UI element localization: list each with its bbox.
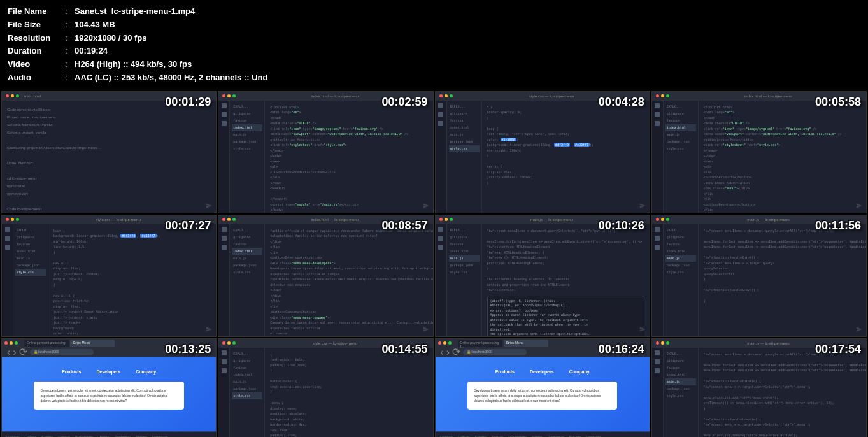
file-tree-item[interactable]: gitignore: [449, 110, 480, 117]
thumbnail[interactable]: 00:17:54main.js — lc-stripe-menu EXPLO..…: [651, 338, 867, 437]
file-tree-item[interactable]: EXPLO...: [15, 227, 46, 234]
browser-tab[interactable]: Online payment processing f...: [24, 340, 69, 347]
code-editor[interactable]: "kw">const menuItems = document.querySel…: [699, 224, 866, 336]
git-icon[interactable]: [222, 245, 227, 250]
code-editor[interactable]: "kw">const menuItems = document.querySel…: [482, 224, 650, 336]
file-tree-item[interactable]: EXPLO...: [232, 227, 262, 234]
file-tree-item[interactable]: main.js: [665, 255, 696, 262]
file-tree-item[interactable]: package.json: [232, 138, 262, 145]
file-tree-item[interactable]: package.json: [449, 138, 480, 145]
file-tree-item[interactable]: favicon: [232, 117, 262, 124]
files-icon[interactable]: [655, 350, 660, 355]
file-tree-item[interactable]: package.json: [232, 262, 262, 269]
code-editor[interactable]: body { background: linear-gradient(45deg…: [48, 224, 216, 336]
search-icon[interactable]: [655, 112, 660, 117]
activity-bar[interactable]: [2, 224, 13, 336]
file-tree-item[interactable]: gitignore: [232, 234, 262, 241]
file-tree-item[interactable]: EXPLO...: [449, 227, 480, 234]
file-tree-item[interactable]: main.js: [449, 255, 480, 262]
file-tree-item[interactable]: EXPLO...: [232, 103, 262, 110]
thumbnail[interactable]: 00:13:25 Online payment processing f...S…: [1, 338, 217, 437]
files-icon[interactable]: [222, 227, 227, 232]
file-tree-item[interactable]: style.css: [232, 392, 262, 399]
code-editor[interactable]: * { border-spacing: 0;} body { font-fami…: [482, 101, 650, 213]
files-icon[interactable]: [438, 103, 443, 108]
file-tree-item[interactable]: EXPLO...: [665, 227, 696, 234]
file-tree-item[interactable]: gitignore: [232, 110, 262, 117]
file-tree-item[interactable]: gitignore: [665, 234, 696, 241]
files-icon[interactable]: [655, 227, 660, 232]
search-icon[interactable]: [222, 236, 227, 241]
activity-bar[interactable]: [436, 224, 447, 336]
thumbnail[interactable]: 00:04:28style.css — lc-stripe-menu EXPLO…: [435, 91, 650, 213]
file-tree-item[interactable]: favicon: [449, 241, 480, 248]
file-tree-item[interactable]: package.json: [665, 138, 696, 145]
file-tree-item[interactable]: gitignore: [232, 357, 262, 364]
file-tree-item[interactable]: gitignore: [665, 357, 696, 364]
nav-item[interactable]: Products: [495, 369, 515, 374]
browser-tab[interactable]: Stripe Menu: [504, 340, 548, 347]
thumbnail[interactable]: 00:10:26main.js — lc-stripe-menu EXPLO..…: [435, 215, 650, 337]
search-icon[interactable]: [222, 112, 227, 117]
file-tree-item[interactable]: gitignore: [665, 110, 696, 117]
file-tree-item[interactable]: style.css: [232, 269, 262, 276]
code-editor[interactable]: "kw">const menuItems = document.querySel…: [699, 348, 866, 437]
file-tree-item[interactable]: style.css: [449, 145, 480, 152]
thumbnail[interactable]: 00:07:27style.css — lc-stripe-menu EXPLO…: [1, 215, 217, 337]
file-explorer[interactable]: EXPLO...gitignorefaviconindex.htmlmain.j…: [664, 224, 699, 336]
file-explorer[interactable]: EXPLO...gitignorefaviconindex.htmlmain.j…: [230, 348, 265, 437]
nav-item[interactable]: Developers: [530, 369, 554, 374]
activity-bar[interactable]: [652, 101, 664, 213]
file-tree-item[interactable]: EXPLO...: [232, 350, 262, 357]
file-tree-item[interactable]: package.json: [232, 385, 262, 392]
code-editor[interactable]: facilis officia et cumque cupiditate rec…: [265, 224, 432, 336]
file-tree-item[interactable]: package.json: [15, 262, 46, 269]
browser-tab[interactable]: Online payment processing f...: [458, 340, 502, 347]
search-icon[interactable]: [655, 236, 660, 241]
devtools-panel[interactable]: ElementsConsoleSourcesNetworkPerformance…: [436, 431, 650, 437]
browser-tab[interactable]: Stripe Menu: [70, 340, 115, 347]
search-icon[interactable]: [222, 359, 227, 364]
activity-bar[interactable]: [652, 348, 664, 437]
devtools-panel[interactable]: ElementsConsoleSourcesNetworkPerformance…: [2, 431, 216, 437]
activity-bar[interactable]: [218, 224, 230, 336]
activity-bar[interactable]: [218, 348, 230, 437]
nav-item[interactable]: Company: [136, 369, 156, 374]
file-tree-item[interactable]: style.css: [665, 392, 696, 399]
file-tree-item[interactable]: main.js: [232, 255, 262, 262]
files-icon[interactable]: [655, 103, 660, 108]
file-explorer[interactable]: EXPLO...gitignorefaviconindex.htmlmain.j…: [13, 224, 48, 336]
file-tree-item[interactable]: main.js: [449, 131, 480, 138]
file-tree-item[interactable]: favicon: [232, 364, 262, 371]
file-tree-item[interactable]: index.html: [232, 248, 262, 255]
file-tree-item[interactable]: favicon: [665, 241, 696, 248]
file-tree-item[interactable]: style.css: [232, 145, 262, 152]
nav-item[interactable]: Company: [569, 369, 590, 374]
file-tree-item[interactable]: index.html: [665, 371, 696, 378]
search-icon[interactable]: [5, 236, 10, 241]
git-icon[interactable]: [655, 245, 660, 250]
file-tree-item[interactable]: main.js: [232, 131, 262, 138]
file-tree-item[interactable]: main.js: [665, 378, 696, 385]
file-tree-item[interactable]: main.js: [232, 378, 262, 385]
thumbnail[interactable]: 00:11:56main.js — lc-stripe-menu EXPLO..…: [651, 215, 867, 337]
file-tree-item[interactable]: favicon: [665, 364, 696, 371]
file-tree-item[interactable]: index.html: [665, 248, 696, 255]
search-icon[interactable]: [655, 359, 660, 364]
file-explorer[interactable]: EXPLO...gitignorefaviconindex.htmlmain.j…: [447, 101, 482, 213]
file-tree-item[interactable]: package.json: [449, 262, 480, 269]
file-tree-item[interactable]: style.css: [15, 269, 46, 276]
file-tree-item[interactable]: index.html: [232, 371, 262, 378]
git-icon[interactable]: [655, 121, 660, 126]
git-icon[interactable]: [222, 121, 227, 126]
activity-bar[interactable]: [652, 224, 664, 336]
file-tree-item[interactable]: index.html: [449, 124, 480, 131]
git-icon[interactable]: [655, 368, 660, 373]
file-tree-item[interactable]: style.css: [449, 269, 480, 276]
code-editor[interactable]: { font-weight: bold; padding: 1rem 2rem;…: [265, 348, 432, 437]
git-icon[interactable]: [222, 368, 227, 373]
nav-item[interactable]: Developers: [96, 369, 120, 374]
files-icon[interactable]: [222, 103, 227, 108]
activity-bar[interactable]: [218, 101, 230, 213]
file-tree-item[interactable]: favicon: [665, 117, 696, 124]
